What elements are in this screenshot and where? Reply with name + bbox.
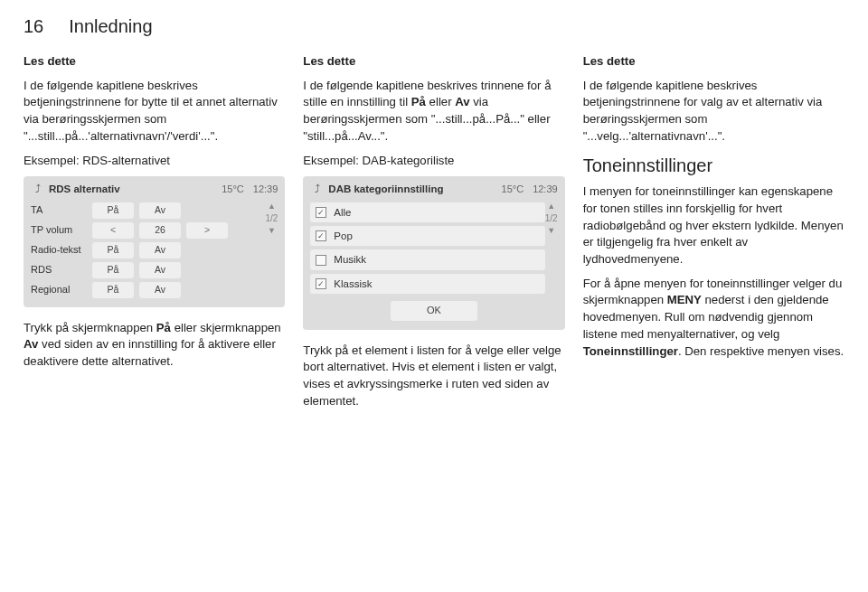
pager[interactable]: ▲ 1/2 ▼ <box>545 202 558 294</box>
col1-paragraph-2: Eksempel: RDS-alternativet <box>24 153 285 170</box>
table-row: RDS På Av <box>31 262 265 278</box>
col3-paragraph-3: For å åpne menyen for toneinnstillinger … <box>583 276 844 361</box>
panel-header: ⤴ RDS alternativ 15°C 12:39 <box>31 182 278 196</box>
on-button[interactable]: På <box>92 202 134 219</box>
table-row: TP volum < 26 > <box>31 222 265 239</box>
text-fragment: eller skjermknappen <box>171 321 281 334</box>
row-label: TP volum <box>31 223 87 238</box>
checkbox-icon[interactable]: ✓ <box>316 207 326 218</box>
les-dette-heading: Les dette <box>583 53 844 70</box>
row-label: RDS <box>31 263 87 277</box>
text-fragment: . Den respektive menyen vises. <box>678 344 844 358</box>
column-1: Les dette I de følgende kapitlene beskri… <box>24 53 285 418</box>
list-item-label: Klassisk <box>334 277 372 291</box>
table-row: Regional På Av <box>31 282 265 298</box>
chevron-down-icon[interactable]: ▼ <box>547 227 555 235</box>
section-heading: Toneinnstillinger <box>583 153 844 178</box>
list-item[interactable]: Musikk <box>310 249 544 269</box>
column-2: Les dette I de følgende kapitlene beskri… <box>303 53 564 418</box>
panel-header: ⤴ DAB kategoriinnstilling 15°C 12:39 <box>310 182 557 196</box>
les-dette-heading: Les dette <box>24 53 285 70</box>
text-fragment: eller <box>426 95 455 108</box>
panel-title: RDS alternativ <box>49 182 218 196</box>
ok-button[interactable]: OK <box>391 301 477 321</box>
list-item-label: Alle <box>334 205 351 220</box>
checkbox-icon[interactable] <box>316 255 326 266</box>
off-button[interactable]: Av <box>139 282 181 298</box>
panel-rows: ✓ Alle ✓ Pop Musikk ✓ Klassisk <box>310 202 544 294</box>
text-fragment: Trykk på skjermknappen <box>24 321 156 334</box>
row-label: Radio-tekst <box>31 243 87 258</box>
panel-temp: 15°C <box>222 183 244 197</box>
on-button[interactable]: På <box>92 242 134 258</box>
list-item-label: Pop <box>334 229 352 243</box>
chevron-down-icon[interactable]: ▼ <box>268 227 276 235</box>
les-dette-heading: Les dette <box>303 53 564 70</box>
volume-value: 26 <box>139 222 181 239</box>
checkbox-icon[interactable]: ✓ <box>316 230 326 241</box>
chevron-left-icon[interactable]: < <box>92 222 134 239</box>
table-row: TA På Av <box>31 202 265 219</box>
page-number: 16 <box>24 16 43 37</box>
list-item-label: Musikk <box>334 252 366 267</box>
off-button[interactable]: Av <box>139 242 181 258</box>
chevron-up-icon[interactable]: ▲ <box>547 202 555 211</box>
text-bold: Toneinnstillinger <box>583 344 678 358</box>
panel-temp: 15°C <box>502 183 524 197</box>
chevron-right-icon[interactable]: > <box>186 222 228 239</box>
col3-paragraph-2: I menyen for toneinnstillinger kan egens… <box>583 183 844 268</box>
row-label: Regional <box>31 283 87 297</box>
off-button[interactable]: Av <box>139 262 181 278</box>
rds-panel: ⤴ RDS alternativ 15°C 12:39 TA På Av TP … <box>24 176 285 306</box>
table-row: Radio-tekst På Av <box>31 242 265 258</box>
checkbox-icon[interactable]: ✓ <box>316 278 326 289</box>
list-item[interactable]: ✓ Alle <box>310 202 544 222</box>
text-bold: Av <box>455 95 469 108</box>
page-indicator: 1/2 <box>545 212 558 225</box>
pager[interactable]: ▲ 1/2 ▼ <box>265 202 278 298</box>
text-fragment: ved siden av en innstilling for å aktive… <box>24 337 276 368</box>
text-bold: MENY <box>667 293 702 306</box>
list-item[interactable]: ✓ Klassisk <box>310 274 544 294</box>
panel-title: DAB kategoriinnstilling <box>328 182 497 196</box>
panel-clock: 12:39 <box>533 183 558 197</box>
panel-rows: TA På Av TP volum < 26 > Radio-tekst På … <box>31 202 265 298</box>
chapter-title: Innledning <box>69 16 152 37</box>
col1-paragraph-1: I de følgende kapitlene beskrives betjen… <box>24 78 285 146</box>
back-icon[interactable]: ⤴ <box>310 182 325 196</box>
col2-paragraph-2: Eksempel: DAB-kategoriliste <box>303 153 564 170</box>
on-button[interactable]: På <box>92 262 134 278</box>
col3-paragraph-1: I de følgende kapitlene beskrives betjen… <box>583 78 844 146</box>
text-bold: På <box>411 95 426 108</box>
text-bold: Av <box>24 337 38 351</box>
page-indicator: 1/2 <box>265 212 278 225</box>
col1-paragraph-3: Trykk på skjermknappen På eller skjermkn… <box>24 320 285 371</box>
on-button[interactable]: På <box>92 282 134 298</box>
list-item[interactable]: ✓ Pop <box>310 226 544 246</box>
chevron-up-icon[interactable]: ▲ <box>268 202 276 211</box>
row-label: TA <box>31 203 87 218</box>
col2-paragraph-1: I de følgende kapitlene beskrives trinne… <box>303 78 564 146</box>
col2-paragraph-3: Trykk på et element i listen for å velge… <box>303 343 564 410</box>
dab-panel: ⤴ DAB kategoriinnstilling 15°C 12:39 ✓ A… <box>303 176 564 329</box>
column-3: Les dette I de følgende kapitlene beskri… <box>583 53 844 418</box>
page-header: 16 Innledning <box>24 16 844 37</box>
back-icon[interactable]: ⤴ <box>31 182 45 196</box>
panel-clock: 12:39 <box>253 183 278 197</box>
off-button[interactable]: Av <box>139 202 181 219</box>
text-bold: På <box>156 321 171 334</box>
columns: Les dette I de følgende kapitlene beskri… <box>24 53 844 418</box>
